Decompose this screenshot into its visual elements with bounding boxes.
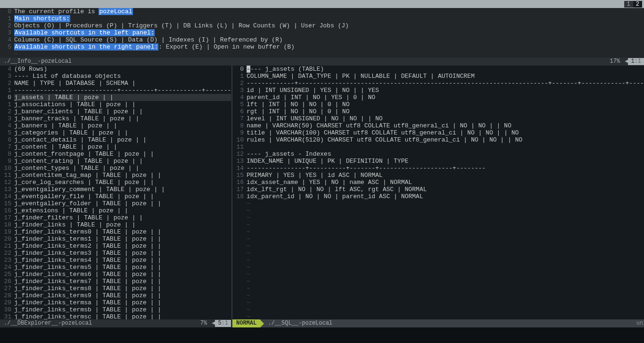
right-statusline: NORMAL ./__SQL__-pozeLocal ▶ unix ◀ txt … [232,319,644,327]
info-line: Available shortcuts in the left panel: [14,29,644,36]
table-row[interactable]: j_finder_links_terms7 | TABLE | poze | | [14,278,231,285]
table-row[interactable]: j_finder_links_termsc | TABLE | poze | | [14,313,231,319]
info-line: Columns (C) | SQL Source (S) | Data (D) … [14,36,644,43]
tab-current-indicator[interactable]: 2 [633,0,642,8]
table-row[interactable]: j_finder_links | TABLE | poze | | [14,221,231,228]
sql-line: rgt | INT | NO | NO | 0 | NO [247,108,644,115]
buffer-end-tilde: ~ [247,257,644,264]
sql-line: level | INT UNSIGNED | NO | NO | | NO [247,115,644,122]
table-row[interactable]: j_finder_links_terms5 | TABLE | poze | | [14,264,231,271]
table-row[interactable]: j_content_rating | TABLE | poze | | [14,158,231,165]
buffer-end-tilde: ~ [247,264,644,271]
table-row[interactable]: j_finder_links_terms2 | TABLE | poze | | [14,243,231,250]
table-row[interactable]: j_assets | TABLE | poze | | [14,94,231,101]
info-line: Main shortcuts: [14,15,644,22]
tab-bar: 1 2 [0,0,644,8]
cursor: - [247,66,250,73]
buffer-end-tilde: ~ [247,271,644,278]
table-row[interactable]: j_finder_links_terms3 | TABLE | poze | | [14,250,231,257]
sql-line: id | INT UNSIGNED | YES | NO | | YES [247,87,644,94]
sql-line: ---- j_assets (TABLE) [247,66,644,73]
sql-line: name | VARCHAR(50) CHARSET utf8 COLLATE … [247,122,644,129]
table-header: ---- List of database objects [14,73,231,80]
info-line: The current profile is pozeLocal [14,8,644,15]
buffer-end-tilde: ~ [247,278,644,285]
table-row[interactable]: j_banner_clients | TABLE | poze | | [14,108,231,115]
table-header: ----------------------------+---------+-… [14,87,231,94]
info-pane: 0The current profile is pozeLocal1Main s… [0,8,644,66]
vim-mode: NORMAL [232,319,260,327]
table-row[interactable]: j_core_log_searches | TABLE | poze | | [14,179,231,186]
buffer-end-tilde: ~ [247,250,644,257]
right-path: ./__SQL__-pozeLocal [264,319,336,327]
table-row[interactable]: j_finder_links_terms6 | TABLE | poze | | [14,271,231,278]
buffer-end-tilde: ~ [247,200,644,207]
left-statusline: ./__DBExplorer__-pozeLocal ▶ 7% ◀ 5:1 [0,319,231,327]
info-line: Objects (O) | Procedures (P) | Triggers … [14,22,644,29]
sql-line: idx_parent_id | NO | NO | parent_id ASC … [247,193,644,200]
sql-line: lft | INT | NO | NO | 0 | NO [247,101,644,108]
sql-line: parent_id | INT | NO | YES | 0 | NO [247,94,644,101]
table-row[interactable]: j_eventgallery_folder | TABLE | poze | | [14,200,231,207]
sql-line: ---- j_assets - Indexes [247,151,644,158]
fileformat: unix [633,320,644,327]
split-panes: 4(69 Rows)3---- List of database objects… [0,66,644,327]
db-explorer-pane[interactable]: 4(69 Rows)3---- List of database objects… [0,66,231,327]
table-row[interactable]: j_content_frontpage | TABLE | poze | | [14,151,231,158]
sql-line: idx_asset_name | YES | NO | name ASC | N… [247,179,644,186]
table-row[interactable]: j_finder_links_terms8 | TABLE | poze | | [14,285,231,292]
table-row[interactable]: j_finder_links_terms0 | TABLE | poze | | [14,228,231,235]
buffer-end-tilde: ~ [247,299,644,306]
info-percent: 17% [605,58,625,65]
buffer-end-tilde: ~ [247,228,644,235]
buffer-end-tilde: ~ [14,50,644,58]
table-row[interactable]: j_finder_links_terms9 | TABLE | poze | | [14,292,231,299]
table-row[interactable]: j_finder_links_termsb | TABLE | poze | | [14,306,231,313]
sql-line: PRIMARY | YES | YES | id ASC | NORMAL [247,172,644,179]
buffer-end-tilde: ~ [247,235,644,243]
table-row[interactable]: j_eventgallery_file | TABLE | poze | | [14,193,231,200]
buffer-end-tilde: ~ [247,243,644,250]
info-position: 1:1 [628,58,644,65]
sql-line: title | VARCHAR(100) CHARSET utf8 COLLAT… [247,129,644,136]
table-header: (69 Rows) [14,66,231,73]
table-row[interactable]: j_banner_tracks | TABLE | poze | | [14,115,231,122]
info-statusline: ./__Info__-pozeLocal ▶ 17% ◀ 1:1 [0,58,644,66]
table-row[interactable]: j_finder_filters | TABLE | poze | | [14,214,231,221]
table-row[interactable]: j_finder_links_terms1 | TABLE | poze | | [14,235,231,243]
buffer-end-tilde: ~ [247,285,644,292]
left-percent: 7% [196,320,212,327]
table-row[interactable]: j_categories | TABLE | poze | | [14,129,231,136]
table-row[interactable]: j_eventgallery_comment | TABLE | poze | … [14,186,231,193]
sql-line: COLUMN_NAME | DATA_TYPE | PK | NULLABLE … [247,73,644,80]
table-row[interactable]: j_contentitem_tag_map | TABLE | poze | | [14,172,231,179]
buffer-end-tilde: ~ [247,313,644,319]
sql-line [247,143,644,151]
sql-line: ----------------+----------+-------+----… [247,165,644,172]
sql-line: -------------+--------------------------… [247,80,644,87]
left-position: 5:1 [215,320,231,327]
left-path: ./__DBExplorer__-pozeLocal [0,319,96,327]
tab-other-indicator[interactable]: 1 [624,0,633,8]
table-row[interactable]: j_content | TABLE | poze | | [14,143,231,151]
table-row[interactable]: j_finder_links_termsa | TABLE | poze | | [14,299,231,306]
table-row[interactable]: j_finder_links_terms4 | TABLE | poze | | [14,257,231,264]
table-row[interactable]: j_extensions | TABLE | poze | | [14,207,231,214]
table-row[interactable]: j_banners | TABLE | poze | | [14,122,231,129]
sql-line: INDEX_NAME | UNIQUE | PK | DEFINITION | … [247,158,644,165]
table-row[interactable]: j_associations | TABLE | poze | | [14,101,231,108]
buffer-end-tilde: ~ [247,214,644,221]
table-row[interactable]: j_content_types | TABLE | poze | | [14,165,231,172]
sql-line: idx_lft_rgt | NO | NO | lft ASC, rgt ASC… [247,186,644,193]
sql-line: rules | VARCHAR(5120) CHARSET utf8 COLLA… [247,136,644,143]
sql-pane[interactable]: 0---- j_assets (TABLE)1COLUMN_NAME | DAT… [232,66,644,327]
buffer-end-tilde: ~ [247,292,644,299]
buffer-end-tilde: ~ [247,306,644,313]
buffer-end-tilde: ~ [247,207,644,214]
info-line: Available shortcuts in the right panel::… [14,43,644,50]
table-row[interactable]: j_contact_details | TABLE | poze | | [14,136,231,143]
buffer-end-tilde: ~ [247,221,644,228]
table-header: NAME | TYPE | DATABASE | SCHEMA | [14,80,231,87]
info-path: ./__Info__-pozeLocal [0,58,75,66]
